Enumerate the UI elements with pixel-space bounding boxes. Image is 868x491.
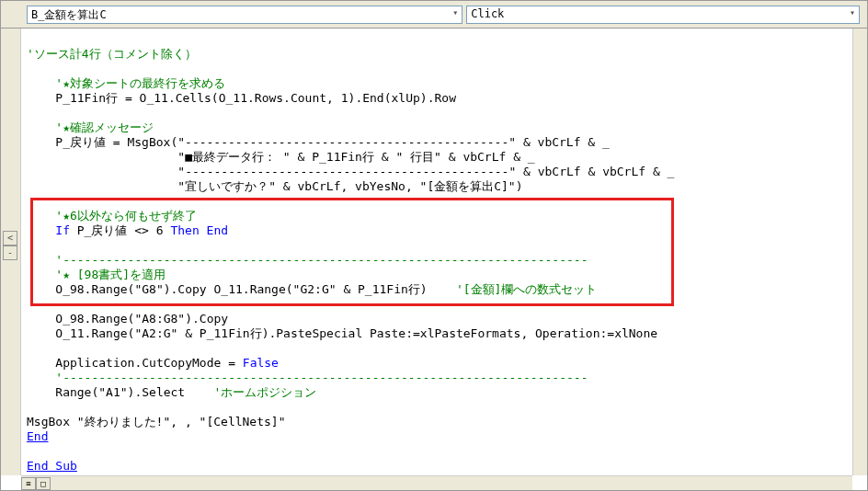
code-line: "---------------------------------------… [55, 165, 674, 178]
code-line: P_11Fin行 = O_11.Cells(O_11.Rows.Count, 1… [55, 91, 456, 105]
split-handle-icon[interactable]: - [3, 246, 17, 260]
procedure-dropdown-value: Click [471, 7, 504, 20]
code-line: Application.CutCopyMode = [55, 356, 243, 370]
code-line: MsgBox "終わりました!", , "[CellNets]" [27, 415, 286, 428]
code-line: O_11.Range("A2:G" & P_11Fin行).PasteSpeci… [55, 326, 657, 340]
code-comment: '[金額]欄への数式セット [456, 282, 597, 296]
vertical-scrollbar[interactable] [852, 29, 867, 475]
object-dropdown[interactable]: B_金額を算出C [27, 6, 463, 24]
procedure-view-icon[interactable]: ≡ [21, 477, 36, 490]
code-line: '★6以外なら何もせず終了 [55, 209, 196, 223]
horizontal-scrollbar[interactable]: ≡ □ [21, 475, 852, 490]
split-handle-icon[interactable]: < [3, 231, 17, 246]
object-dropdown-value: B_金額を算出C [31, 8, 107, 21]
code-comment: 'ホームポジション [214, 385, 317, 399]
code-line: '---------------------------------------… [55, 253, 588, 267]
code-line: '★ [98書式]を適用 [55, 268, 166, 281]
code-line: '---------------------------------------… [55, 371, 588, 384]
code-pane[interactable]: 'ソース計4行（コメント除く） '★対象シートの最終行を求める P_11Fin行… [21, 29, 852, 475]
code-line: Range("A1").Select [55, 385, 213, 399]
code-keyword: Then End [170, 223, 228, 237]
code-line: 'ソース計4行（コメント除く） [27, 47, 197, 61]
code-line: "■最終データ行： " & P_11Fin行 & " 行目" & vbCrLf … [55, 150, 534, 164]
code-line: O_98.Range("G8").Copy O_11.Range("G2:G" … [55, 282, 456, 296]
code-keyword: If [55, 223, 70, 237]
code-line: O_98.Range("A8:G8").Copy [55, 312, 228, 325]
procedure-dropdown[interactable]: Click [466, 6, 860, 24]
code-text: P_戻り値 <> 6 [70, 223, 170, 237]
code-line: '★対象シートの最終行を求める [55, 76, 225, 90]
code-keyword: End Sub [27, 459, 77, 473]
code-keyword: End [27, 429, 48, 443]
code-line: "宜しいですか？" & vbCrLf, vbYesNo, "[金額を算出C]") [55, 179, 522, 193]
code-line: '★確認メッセージ [55, 120, 154, 134]
full-module-view-icon[interactable]: □ [36, 477, 51, 490]
vbe-window: B_金額を算出C Click < - 'ソース計4行（コメント除く） '★対象シ… [0, 0, 868, 491]
code-keyword: False [243, 356, 279, 370]
vbe-toolbar: B_金額を算出C Click [1, 1, 867, 29]
code-line: P_戻り値 = MsgBox("------------------------… [55, 135, 610, 149]
